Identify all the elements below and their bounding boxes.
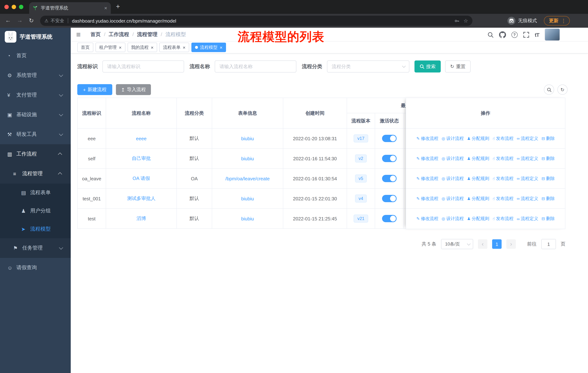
action-definition[interactable]: ∞流程定义 bbox=[517, 195, 538, 202]
action-assign-rule[interactable]: ♟分配规则 bbox=[467, 175, 489, 181]
action-edit[interactable]: ✎修改流程 bbox=[417, 195, 438, 202]
key-icon[interactable] bbox=[454, 18, 460, 23]
page-1-button[interactable]: 1 bbox=[492, 239, 502, 249]
tag-item[interactable]: 租户管理× bbox=[95, 43, 125, 52]
breadcrumb-item[interactable]: 流程管理 bbox=[137, 31, 166, 38]
search-icon[interactable] bbox=[487, 31, 494, 38]
action-assign-rule[interactable]: ♟分配规则 bbox=[467, 216, 489, 222]
show-search-button[interactable] bbox=[544, 84, 554, 95]
breadcrumb-item[interactable]: 首页 bbox=[91, 31, 109, 38]
category-select[interactable]: 流程分类 bbox=[327, 60, 409, 72]
reload-button[interactable]: ↻ bbox=[27, 17, 36, 24]
model-name-link[interactable]: 滔博 bbox=[136, 216, 146, 221]
action-edit[interactable]: ✎修改流程 bbox=[417, 155, 438, 161]
sidebar-item[interactable]: ▤流程表单 bbox=[0, 184, 71, 202]
action-publish[interactable]: ☝发布流程 bbox=[493, 155, 514, 161]
refresh-table-button[interactable]: ↻ bbox=[557, 84, 567, 95]
model-name-link[interactable]: eeee bbox=[136, 136, 147, 141]
form-link[interactable]: biubiu bbox=[241, 216, 254, 221]
sidebar-item[interactable]: ¥支付管理 bbox=[0, 85, 71, 105]
breadcrumb-item[interactable]: 工作流程 bbox=[109, 31, 137, 38]
close-icon[interactable]: × bbox=[151, 45, 153, 50]
create-process-button[interactable]: + 新建流程 bbox=[77, 84, 112, 95]
page-size-select[interactable]: 10条/页 bbox=[441, 239, 473, 249]
sidebar-item[interactable]: ◔首页 bbox=[0, 46, 71, 66]
forward-button[interactable]: → bbox=[15, 17, 24, 24]
action-delete[interactable]: ⊟删除 bbox=[542, 135, 555, 141]
model-name-link[interactable]: 测试多审批人 bbox=[127, 196, 156, 201]
action-definition[interactable]: ∞流程定义 bbox=[517, 155, 538, 161]
action-design[interactable]: ◎设计流程 bbox=[442, 175, 464, 181]
new-tab-button[interactable]: + bbox=[116, 2, 120, 10]
sidebar-item[interactable]: ⚑任务管理 bbox=[0, 238, 71, 258]
action-definition[interactable]: ∞流程定义 bbox=[517, 135, 538, 141]
active-toggle[interactable] bbox=[382, 215, 397, 222]
close-icon[interactable]: × bbox=[183, 45, 185, 50]
goto-page-input[interactable] bbox=[541, 239, 556, 249]
close-icon[interactable]: × bbox=[220, 45, 222, 50]
action-edit[interactable]: ✎修改流程 bbox=[417, 175, 438, 181]
user-avatar[interactable] bbox=[545, 28, 560, 41]
action-publish[interactable]: ☝发布流程 bbox=[493, 216, 514, 222]
url-text[interactable]: dashboard.yudao.iocoder.cn/bpm/manager/m… bbox=[72, 18, 451, 23]
active-toggle[interactable] bbox=[382, 175, 397, 182]
sidebar-item[interactable]: ⚒研发工具 bbox=[0, 125, 71, 144]
tag-item[interactable]: 我的流程× bbox=[127, 43, 157, 52]
active-toggle[interactable] bbox=[382, 135, 397, 142]
action-delete[interactable]: ⊟删除 bbox=[542, 175, 555, 181]
action-design[interactable]: ◎设计流程 bbox=[442, 216, 464, 222]
close-icon[interactable]: × bbox=[119, 45, 122, 50]
bookmark-star-icon[interactable]: ☆ bbox=[463, 18, 468, 24]
process-name-input[interactable] bbox=[215, 60, 296, 72]
model-name-link[interactable]: 自己审批 bbox=[132, 156, 151, 161]
action-assign-rule[interactable]: ♟分配规则 bbox=[467, 195, 489, 202]
action-assign-rule[interactable]: ♟分配规则 bbox=[467, 155, 489, 161]
next-page-button[interactable]: › bbox=[506, 239, 516, 249]
form-link[interactable]: biubiu bbox=[241, 196, 254, 201]
tag-active[interactable]: 流程模型× bbox=[191, 43, 226, 52]
security-label[interactable]: 不安全 bbox=[51, 18, 64, 24]
active-toggle[interactable] bbox=[382, 195, 397, 202]
close-window-button[interactable] bbox=[4, 5, 9, 9]
help-icon[interactable]: ? bbox=[511, 31, 518, 38]
action-definition[interactable]: ∞流程定义 bbox=[517, 216, 538, 222]
back-button[interactable]: ← bbox=[4, 17, 12, 24]
sidebar-item[interactable]: ♟用户分组 bbox=[0, 202, 71, 220]
github-icon[interactable] bbox=[499, 31, 506, 38]
form-link[interactable]: biubiu bbox=[241, 136, 254, 141]
import-process-button[interactable]: ↥ 导入流程 bbox=[116, 84, 151, 95]
sidebar-collapse-icon[interactable]: ≡ bbox=[76, 30, 81, 39]
sidebar-item[interactable]: ▥工作流程 bbox=[0, 144, 71, 164]
sidebar-item[interactable]: ☺请假查询 bbox=[0, 258, 71, 278]
sidebar-item[interactable]: ⚙系统管理 bbox=[0, 66, 71, 85]
action-publish[interactable]: ☝发布流程 bbox=[493, 195, 514, 202]
sidebar-item[interactable]: ≡流程管理 bbox=[0, 164, 71, 184]
update-button[interactable]: 更新 ⋮ bbox=[544, 16, 570, 26]
action-delete[interactable]: ⊟删除 bbox=[542, 155, 555, 161]
font-size-icon[interactable]: tT bbox=[535, 31, 539, 38]
zoom-window-button[interactable] bbox=[19, 5, 23, 9]
action-publish[interactable]: ☝发布流程 bbox=[493, 135, 514, 141]
action-publish[interactable]: ☝发布流程 bbox=[493, 175, 514, 181]
action-delete[interactable]: ⊟删除 bbox=[542, 216, 555, 222]
action-design[interactable]: ◎设计流程 bbox=[442, 155, 464, 161]
prev-page-button[interactable]: ‹ bbox=[478, 239, 487, 249]
action-edit[interactable]: ✎修改流程 bbox=[417, 135, 438, 141]
form-link[interactable]: /bpm/oa/leave/create bbox=[225, 176, 270, 181]
form-link[interactable]: biubiu bbox=[241, 156, 254, 161]
menu-dots-icon[interactable]: ⋮ bbox=[561, 18, 566, 24]
tab-close-icon[interactable]: × bbox=[104, 5, 107, 10]
tag-item[interactable]: 首页 bbox=[77, 43, 93, 52]
reset-button[interactable]: ↻ 重置 bbox=[445, 60, 471, 72]
process-key-input[interactable] bbox=[102, 60, 184, 72]
minimize-window-button[interactable] bbox=[12, 5, 16, 9]
model-name-link[interactable]: OA 请假 bbox=[133, 176, 150, 181]
action-edit[interactable]: ✎修改流程 bbox=[417, 216, 438, 222]
tag-item[interactable]: 流程表单× bbox=[159, 43, 189, 52]
action-definition[interactable]: ∞流程定义 bbox=[517, 175, 538, 181]
browser-tab[interactable]: 芋道管理系统 × bbox=[29, 2, 111, 14]
fullscreen-icon[interactable] bbox=[523, 31, 529, 38]
action-delete[interactable]: ⊟删除 bbox=[542, 195, 555, 202]
active-toggle[interactable] bbox=[382, 155, 397, 162]
action-assign-rule[interactable]: ♟分配规则 bbox=[467, 135, 489, 141]
